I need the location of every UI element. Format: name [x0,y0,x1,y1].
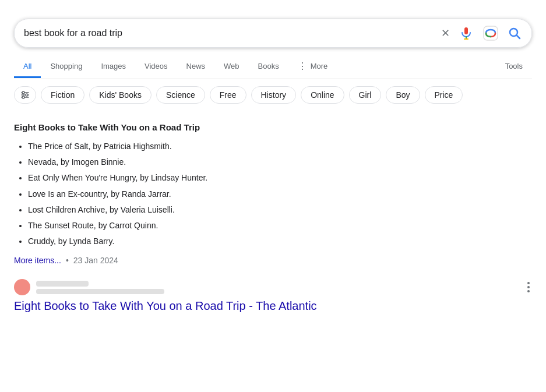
tab-all[interactable]: All [14,56,41,78]
svg-line-5 [517,36,520,39]
more-items-link[interactable]: More items... [14,256,61,265]
more-items-row: More items... • 23 Jan 2024 [14,256,532,265]
tab-tools[interactable]: Tools [496,56,532,78]
tab-videos[interactable]: Videos [135,56,177,78]
snippet-date: 23 Jan 2024 [73,256,118,265]
featured-snippet: Eight Books to Take With You on a Road T… [14,122,532,265]
tab-images[interactable]: Images [91,56,135,78]
svg-point-9 [22,91,24,94]
tab-more[interactable]: ⋮ More [288,55,337,79]
tab-books[interactable]: Books [249,56,288,78]
result-menu-button[interactable] [525,280,532,295]
lens-icon [482,25,499,41]
tab-news[interactable]: News [177,56,215,78]
filter-icon [20,90,30,100]
svg-point-10 [26,94,28,96]
chip-price[interactable]: Price [425,86,463,104]
chip-science[interactable]: Science [156,86,205,104]
chip-kids-books[interactable]: Kids' Books [89,86,152,104]
site-url-blurred [36,289,164,294]
list-item: Eat Only When You're Hungry, by Lindsay … [28,171,532,185]
main-content: Eight Books to Take With You on a Road T… [14,111,532,326]
result-card: Eight Books to Take With You on a Road T… [14,274,532,314]
separator-dot: • [66,256,69,265]
svg-point-11 [22,96,24,98]
lens-button[interactable] [481,24,500,43]
list-item: Love Is an Ex-country, by Randa Jarrar. [28,187,532,202]
chip-free[interactable]: Free [210,86,246,104]
clear-button[interactable]: ✕ [440,26,451,41]
list-item: Nevada, by Imogen Binnie. [28,155,532,169]
chip-online[interactable]: Online [301,86,344,104]
result-title-link[interactable]: Eight Books to Take With You on a Road T… [14,299,317,312]
favicon [14,279,30,295]
filter-chips: Fiction Kids' Books Science Free History… [14,79,532,111]
search-icon [508,27,521,40]
snippet-title: Eight Books to Take With You on a Road T… [14,122,532,132]
site-name-blurred [36,281,89,287]
list-item: The Price of Salt, by Patricia Highsmith… [28,139,532,154]
tab-shopping[interactable]: Shopping [41,56,91,78]
chip-fiction[interactable]: Fiction [41,86,84,104]
site-info [36,281,519,294]
search-bar: ✕ [14,19,532,48]
more-dots-icon: ⋮ [298,61,307,72]
snippet-list: The Price of Salt, by Patricia Highsmith… [14,139,532,249]
result-site-row [14,279,532,295]
svg-rect-0 [464,27,468,34]
search-input[interactable] [24,28,434,38]
chip-girl[interactable]: Girl [349,86,382,104]
close-icon: ✕ [441,27,450,40]
list-item: Cruddy, by Lynda Barry. [28,234,532,249]
mic-icon [459,26,473,40]
tab-web[interactable]: Web [214,56,249,78]
filter-icon-chip[interactable] [14,86,36,104]
chip-history[interactable]: History [251,86,297,104]
mic-button[interactable] [458,25,474,41]
nav-tabs: All Shopping Images Videos News Web Book… [14,55,532,79]
search-button[interactable] [507,26,522,41]
list-item: The Sunset Route, by Carrot Quinn. [28,218,532,233]
chip-boy[interactable]: Boy [386,86,420,104]
list-item: Lost Children Archive, by Valeria Luisel… [28,203,532,217]
